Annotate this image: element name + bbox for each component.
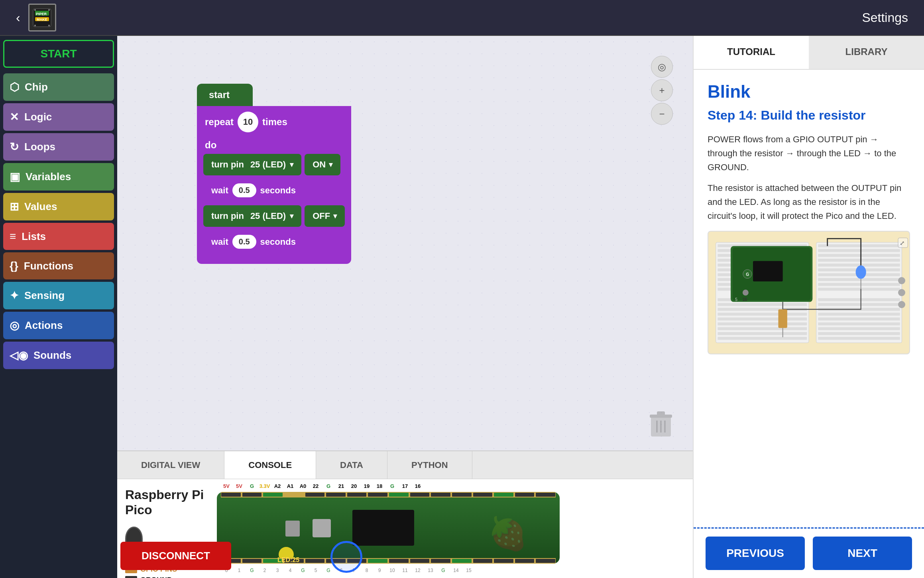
sidebar-item-label: Sounds [33, 349, 71, 362]
pin-labels-top: 5V 5V G 3.3V A2 A1 A0 22 G 21 20 19 18 G [221, 483, 423, 489]
next-button[interactable]: NEXT [813, 537, 912, 570]
on-block[interactable]: ON ▾ [305, 154, 340, 175]
previous-button[interactable]: PREVIOUS [706, 537, 805, 570]
sidebar-item-loops[interactable]: ↻ Loops [3, 133, 114, 161]
rpi-title: Raspberry Pi Pico [125, 487, 205, 518]
main-layout: START ⬡ Chip ✕ Logic ↻ Loops ▣ Variables… [0, 36, 924, 578]
tab-python[interactable]: PYTHON [387, 451, 472, 479]
wait-label-2: wait [211, 237, 228, 247]
dropdown-arrow-1: ▾ [290, 160, 293, 169]
zoom-in-button[interactable]: + [651, 79, 673, 101]
bottom-tab-bar: DIGITAL VIEW CONSOLE DATA PYTHON [117, 451, 693, 479]
sidebar-item-lists[interactable]: ≡ Lists [3, 223, 114, 250]
turn-pin-off[interactable]: turn pin 25 (LED) ▾ [203, 205, 301, 227]
sidebar-item-label: Logic [24, 111, 52, 123]
sidebar-item-logic[interactable]: ✕ Logic [3, 103, 114, 131]
svg-point-8 [48, 25, 50, 26]
wait-block-1: wait 0.5 seconds [203, 178, 345, 203]
svg-rect-46 [818, 288, 900, 291]
wait-label-1: wait [211, 185, 228, 196]
svg-rect-58 [753, 261, 783, 281]
sidebar-item-label: Sensing [24, 289, 65, 302]
logic-icon: ✕ [10, 110, 19, 124]
start-block[interactable]: start [197, 84, 253, 106]
sidebar: START ⬡ Chip ✕ Logic ↻ Loops ▣ Variables… [0, 36, 117, 578]
disconnect-button[interactable]: DISCONNECT [120, 542, 231, 570]
lists-icon: ≡ [10, 230, 16, 243]
blocks-container: start repeat 10 times do turn pin [197, 84, 351, 264]
pin-strip-top [221, 492, 556, 497]
off-block[interactable]: OFF ▾ [305, 205, 345, 227]
wait-1[interactable]: wait 0.5 seconds [203, 178, 304, 203]
svg-rect-40 [818, 259, 900, 261]
scroll-dots [898, 277, 905, 308]
chip-icon: ⬡ [10, 81, 19, 94]
sidebar-item-sensing[interactable]: ✦ Sensing [3, 282, 114, 309]
rpi-board: 5V 5V G 3.3V A2 A1 A0 22 G 21 20 19 18 G [217, 483, 560, 575]
sidebar-item-label: Lists [22, 230, 46, 243]
trash-icon[interactable] [649, 411, 673, 438]
repeat-label: repeat [205, 116, 234, 128]
scroll-dot-1 [898, 277, 905, 284]
svg-text:5: 5 [735, 298, 737, 302]
tab-library[interactable]: LIBRARY [809, 36, 924, 69]
turn-pin-label-2: turn pin [211, 211, 244, 221]
sidebar-item-actions[interactable]: ◎ Actions [3, 312, 114, 339]
usb-connector [285, 521, 300, 537]
svg-text:⤢: ⤢ [900, 240, 905, 246]
svg-text:MAKE: MAKE [37, 18, 47, 22]
wait-value-1[interactable]: 0.5 [232, 183, 256, 197]
svg-rect-33 [718, 327, 807, 330]
wait-value-2[interactable]: 0.5 [232, 235, 256, 249]
sidebar-item-functions[interactable]: {} Functions [3, 252, 114, 279]
dropdown-arrow-2: ▾ [290, 212, 293, 220]
wait-block-2: wait 0.5 seconds [203, 229, 345, 254]
tutorial-title: Blink [708, 82, 910, 102]
logo-icon: PIPER MAKE [28, 4, 56, 31]
svg-rect-11 [657, 411, 665, 415]
canvas-area: ◎ + − start [117, 36, 693, 578]
svg-rect-35 [718, 337, 807, 340]
dropdown-arrow-on: ▾ [329, 160, 332, 169]
sensing-icon: ✦ [10, 289, 19, 302]
turn-pin-on-block: turn pin 25 (LED) ▾ ON ▾ [203, 154, 345, 175]
back-button[interactable]: ‹ [16, 10, 20, 25]
tutorial-image: 15 5 G [708, 231, 910, 354]
svg-rect-45 [818, 283, 900, 286]
seconds-label-2: seconds [260, 237, 296, 247]
tutorial-content: Blink Step 14: Build the resistor POWER … [694, 70, 924, 527]
pin-value-2: 25 (LED) [250, 211, 286, 221]
tab-digital-view[interactable]: DIGITAL VIEW [117, 451, 224, 479]
svg-rect-53 [818, 327, 900, 330]
tab-data[interactable]: DATA [316, 451, 387, 479]
svg-rect-47 [818, 298, 900, 301]
zoom-controls: ◎ + − [651, 56, 673, 125]
sidebar-item-label: Loops [24, 141, 55, 153]
zoom-out-button[interactable]: − [651, 103, 673, 125]
wait-2[interactable]: wait 0.5 seconds [203, 229, 304, 254]
sidebar-item-chip[interactable]: ⬡ Chip [3, 73, 114, 101]
turn-pin-on[interactable]: turn pin 25 (LED) ▾ [203, 154, 301, 175]
svg-rect-55 [818, 337, 900, 340]
tab-console[interactable]: CONSOLE [224, 451, 316, 479]
scroll-dot-2 [898, 289, 905, 296]
sidebar-item-label: Actions [25, 319, 63, 332]
svg-rect-54 [818, 332, 900, 335]
tutorial-para-1: POWER flows from a GPIO OUTPUT pin → thr… [708, 132, 910, 175]
svg-rect-38 [818, 249, 900, 252]
svg-text:PIPER: PIPER [36, 12, 47, 16]
zoom-reset-button[interactable]: ◎ [651, 56, 673, 78]
tab-tutorial[interactable]: TUTORIAL [694, 36, 809, 69]
svg-rect-28 [718, 303, 807, 306]
repeat-block[interactable]: repeat 10 times do turn pin 25 (LED) ▾ [197, 106, 351, 264]
blockly-canvas[interactable]: ◎ + − start [117, 36, 693, 450]
svg-rect-30 [718, 313, 807, 316]
sidebar-item-label: Variables [26, 171, 71, 183]
settings-button[interactable]: Settings [862, 10, 908, 25]
sidebar-item-variables[interactable]: ▣ Variables [3, 163, 114, 191]
repeat-count[interactable]: 10 [238, 112, 258, 132]
loops-icon: ↻ [10, 140, 19, 153]
sidebar-item-sounds[interactable]: ◁◉ Sounds [3, 342, 114, 369]
start-button[interactable]: START [3, 40, 114, 68]
sidebar-item-values[interactable]: ⊞ Values [3, 193, 114, 220]
